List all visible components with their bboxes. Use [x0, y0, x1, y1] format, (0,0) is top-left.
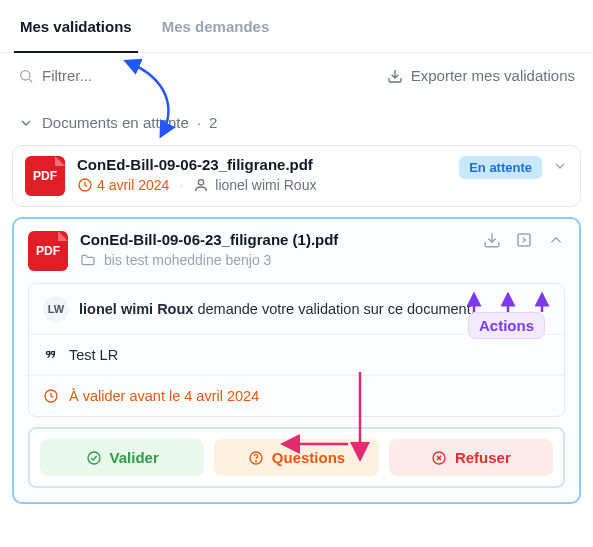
document-user-text: lionel wimi Roux	[215, 177, 316, 193]
questions-button[interactable]: Questions	[214, 439, 378, 476]
pdf-icon: PDF	[28, 231, 68, 271]
avatar: LW	[43, 296, 69, 322]
open-action[interactable]	[515, 231, 533, 252]
document-detail: LW lionel wimi Roux demande votre valida…	[28, 283, 565, 417]
export-button[interactable]: Exporter mes validations	[387, 67, 575, 84]
document-folder: bis test moheddine benjo 3	[80, 252, 471, 268]
section-count: 2	[209, 114, 217, 131]
svg-point-8	[88, 452, 100, 464]
note-row: Test LR	[29, 335, 564, 376]
tab-mes-demandes[interactable]: Mes demandes	[156, 0, 276, 53]
svg-rect-6	[518, 234, 530, 246]
section-title: Documents en attente	[42, 114, 189, 131]
collapse-toggle[interactable]	[547, 231, 565, 252]
svg-point-10	[255, 460, 256, 461]
requester-row: LW lionel wimi Roux demande votre valida…	[29, 284, 564, 335]
document-folder-text: bis test moheddine benjo 3	[104, 252, 271, 268]
x-circle-icon	[431, 450, 447, 466]
question-circle-icon	[248, 450, 264, 466]
quote-icon	[43, 347, 59, 363]
clock-icon	[77, 177, 93, 193]
requester-text: demande votre validation sur ce document…	[193, 301, 474, 317]
clock-icon	[43, 388, 59, 404]
download-icon	[483, 231, 501, 249]
open-icon	[515, 231, 533, 249]
chevron-up-icon	[547, 231, 565, 249]
filter-wrap	[18, 67, 202, 84]
check-circle-icon	[86, 450, 102, 466]
document-card-expanded: PDF ConEd-Bill-09-06-23_filigrane (1).pd…	[12, 217, 581, 504]
questions-label: Questions	[272, 449, 345, 466]
document-title: ConEd-Bill-09-06-23_filigrane (1).pdf	[80, 231, 471, 248]
chevron-down-icon	[552, 158, 568, 174]
refuse-button[interactable]: Refuser	[389, 439, 553, 476]
svg-point-0	[21, 70, 30, 79]
document-date: 4 avril 2024	[77, 177, 169, 193]
user-icon	[193, 177, 209, 193]
svg-line-1	[29, 79, 32, 82]
download-action[interactable]	[483, 231, 501, 252]
expand-toggle[interactable]	[552, 158, 568, 177]
toolbar: Exporter mes validations	[0, 53, 593, 94]
section-sep: ·	[197, 114, 201, 131]
status-badge: En attente	[459, 156, 542, 179]
validate-button[interactable]: Valider	[40, 439, 204, 476]
requester-name: lionel wimi Roux	[79, 301, 193, 317]
folder-icon	[80, 252, 96, 268]
search-icon	[18, 68, 34, 84]
pdf-icon: PDF	[25, 156, 65, 196]
deadline-row: À valider avant le 4 avril 2024	[29, 376, 564, 416]
svg-point-4	[199, 180, 204, 185]
meta-sep: ·	[179, 177, 183, 193]
document-date-text: 4 avril 2024	[97, 177, 169, 193]
refuse-label: Refuser	[455, 449, 511, 466]
chevron-down-icon	[18, 115, 34, 131]
note-text: Test LR	[69, 347, 118, 363]
document-title: ConEd-Bill-09-06-23_filigrane.pdf	[77, 156, 447, 173]
section-header[interactable]: Documents en attente · 2	[0, 94, 593, 141]
tab-mes-validations[interactable]: Mes validations	[14, 0, 138, 53]
export-label: Exporter mes validations	[411, 67, 575, 84]
tabs: Mes validations Mes demandes	[0, 0, 593, 53]
filter-input[interactable]	[42, 67, 202, 84]
document-user: lionel wimi Roux	[193, 177, 316, 193]
decision-buttons: Valider Questions Refuser	[28, 427, 565, 488]
validate-label: Valider	[110, 449, 159, 466]
document-card[interactable]: PDF ConEd-Bill-09-06-23_filigrane.pdf 4 …	[12, 145, 581, 207]
deadline-text: À valider avant le 4 avril 2024	[69, 388, 259, 404]
download-icon	[387, 68, 403, 84]
card-actions	[483, 231, 565, 252]
